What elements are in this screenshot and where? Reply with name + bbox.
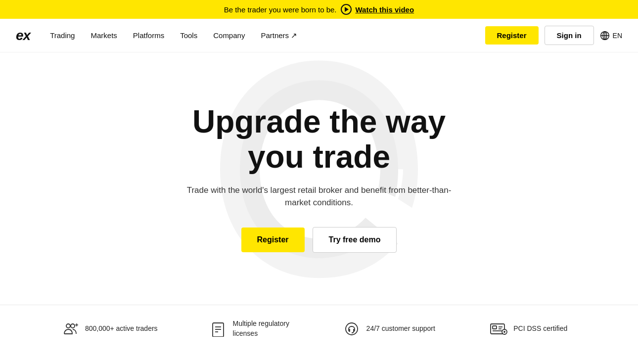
hero-subtitle: Trade with the world's largest retail br…	[185, 184, 453, 209]
stat-pci: PCI DSS certified	[459, 319, 599, 338]
stat-licenses-text: Multiple regulatorylicenses	[233, 319, 289, 338]
signin-button[interactable]: Sign in	[545, 26, 594, 45]
hero-section: Upgrade the way you trade Trade with the…	[0, 52, 638, 295]
globe-icon	[600, 31, 610, 41]
hero-register-button[interactable]: Register	[241, 228, 305, 252]
nav-partners[interactable]: Partners ↗	[261, 31, 297, 40]
nav-links: Trading Markets Platforms Tools Company …	[50, 31, 485, 40]
svg-point-5	[71, 324, 75, 328]
top-banner: Be the trader you were born to be. Watch…	[0, 0, 638, 19]
hero-content: Upgrade the way you trade Trade with the…	[185, 104, 453, 253]
svg-point-4	[66, 324, 70, 328]
pci-icon	[490, 320, 507, 338]
navbar: ex Trading Markets Platforms Tools Compa…	[0, 19, 638, 52]
stat-traders: 800,000+ active traders	[40, 319, 180, 338]
stat-support-text: 24/7 customer support	[366, 324, 435, 334]
logo[interactable]: ex	[16, 28, 30, 44]
license-icon	[209, 320, 227, 338]
nav-platforms[interactable]: Platforms	[133, 31, 164, 40]
svg-rect-14	[493, 326, 497, 329]
watch-video-link[interactable]: Watch this video	[356, 5, 414, 14]
lang-label: EN	[613, 32, 622, 40]
nav-right: Register Sign in EN	[485, 26, 622, 45]
nav-markets[interactable]: Markets	[91, 31, 117, 40]
svg-rect-8	[213, 323, 224, 337]
hero-demo-button[interactable]: Try free demo	[313, 227, 397, 253]
stat-traders-text: 800,000+ active traders	[85, 324, 158, 334]
hero-buttons: Register Try free demo	[185, 227, 453, 253]
banner-text: Be the trader you were born to be.	[224, 5, 337, 14]
stat-support: 24/7 customer support	[319, 319, 459, 338]
nav-tools[interactable]: Tools	[180, 31, 197, 40]
language-selector[interactable]: EN	[600, 31, 622, 41]
play-icon[interactable]	[341, 4, 352, 15]
hero-title: Upgrade the way you trade	[185, 104, 453, 174]
users-icon	[61, 320, 79, 338]
stat-licenses: Multiple regulatorylicenses	[180, 319, 319, 338]
stats-bar: 800,000+ active traders Multiple regulat…	[0, 305, 638, 352]
nav-company[interactable]: Company	[213, 31, 245, 40]
nav-trading[interactable]: Trading	[50, 31, 75, 40]
support-icon	[343, 320, 361, 338]
stat-pci-text: PCI DSS certified	[513, 324, 567, 334]
register-button[interactable]: Register	[485, 26, 539, 45]
